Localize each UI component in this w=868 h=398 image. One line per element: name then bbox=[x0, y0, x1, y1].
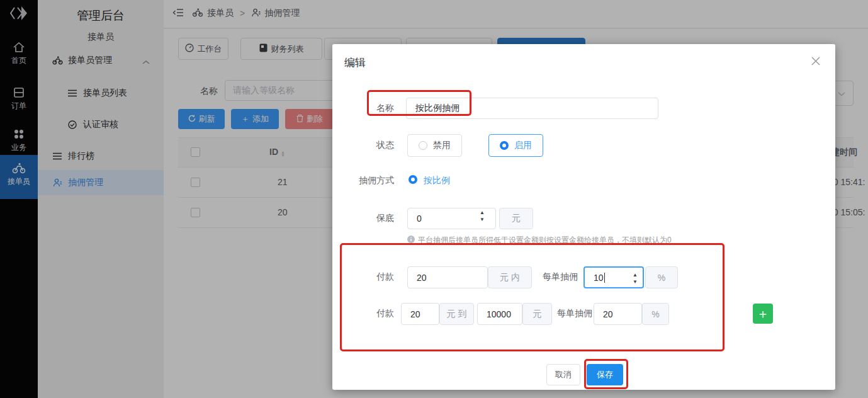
tier2-rate-unit-addon: % bbox=[642, 303, 669, 325]
tier2-unit-addon: 元 bbox=[522, 303, 552, 325]
method-label: 抽佣方式 bbox=[349, 175, 394, 186]
add-tier-button[interactable]: ＋ bbox=[753, 304, 773, 324]
button-label: 保存 bbox=[597, 369, 613, 380]
name-label: 名称 bbox=[358, 103, 394, 114]
button-label: 取消 bbox=[555, 369, 572, 380]
tier1-rate-unit-addon: % bbox=[645, 266, 678, 288]
tier2-to-input[interactable]: 10000 bbox=[477, 303, 522, 325]
tier1-amount-input[interactable]: 20 bbox=[407, 266, 488, 288]
status-label: 状态 bbox=[358, 140, 394, 151]
status-radio-enabled[interactable]: 启用 bbox=[488, 134, 543, 157]
number-stepper[interactable]: ▲▼ bbox=[480, 210, 485, 222]
tier1-rate: 10 bbox=[594, 273, 604, 283]
tier2-rate-input[interactable]: 20 bbox=[594, 303, 642, 325]
radio-on-icon bbox=[500, 141, 509, 150]
status-radio-disabled[interactable]: 禁用 bbox=[407, 134, 462, 157]
tier1-amount: 20 bbox=[417, 273, 427, 283]
app-screen: 首页 订单 业务 bbox=[0, 0, 868, 398]
step-down-icon: ▼ bbox=[633, 280, 638, 285]
step-up-icon: ▲ bbox=[633, 273, 638, 278]
tier2-from: 20 bbox=[410, 309, 420, 319]
floor-hint: 平台抽佣后接单员所得低于设置金额则按设置金额给接单员，不填则默认为0 bbox=[407, 235, 672, 246]
tier1-rate-label: 每单抽佣 bbox=[541, 271, 578, 283]
dialog-title: 编辑 bbox=[344, 55, 366, 70]
tier2-mid-unit-addon: 元 到 bbox=[439, 303, 474, 325]
step-down-icon: ▼ bbox=[480, 217, 485, 222]
tier2-rate-label: 每单抽佣 bbox=[556, 308, 592, 319]
radio-off-icon bbox=[419, 141, 427, 150]
plus-icon: ＋ bbox=[757, 305, 769, 322]
tier2-rate: 20 bbox=[603, 309, 613, 319]
name-value: 按比例抽佣 bbox=[415, 103, 459, 114]
close-icon[interactable] bbox=[811, 57, 820, 68]
tier1-unit-addon: 元 内 bbox=[488, 266, 532, 288]
number-stepper[interactable]: ▲▼ bbox=[633, 273, 638, 285]
radio-label: 启用 bbox=[514, 140, 532, 151]
floor-unit-addon: 元 bbox=[499, 208, 533, 229]
tier1-rate-input[interactable]: 10 ▲▼ bbox=[583, 266, 644, 288]
tier2-pay-label: 付款 bbox=[358, 308, 394, 319]
tier1-pay-label: 付款 bbox=[358, 271, 394, 283]
method-option-label[interactable]: 按比例 bbox=[424, 175, 450, 186]
info-icon bbox=[407, 236, 415, 245]
tier2-from-input[interactable]: 20 bbox=[401, 303, 439, 325]
step-up-icon: ▲ bbox=[480, 210, 485, 215]
edit-dialog: 编辑 名称 按比例抽佣 状态 禁用 启用 抽佣方式 按比例 保底 0 ▲▼ 元 bbox=[332, 44, 835, 390]
name-input[interactable]: 按比例抽佣 bbox=[406, 98, 658, 119]
method-radio-on-icon[interactable] bbox=[409, 175, 417, 184]
tier2-to: 10000 bbox=[487, 309, 511, 319]
floor-value: 0 bbox=[417, 213, 422, 224]
radio-label: 禁用 bbox=[433, 140, 451, 151]
cancel-button[interactable]: 取消 bbox=[546, 364, 580, 385]
save-button[interactable]: 保存 bbox=[587, 364, 623, 385]
floor-label: 保底 bbox=[358, 213, 394, 224]
text-caret bbox=[604, 273, 605, 283]
